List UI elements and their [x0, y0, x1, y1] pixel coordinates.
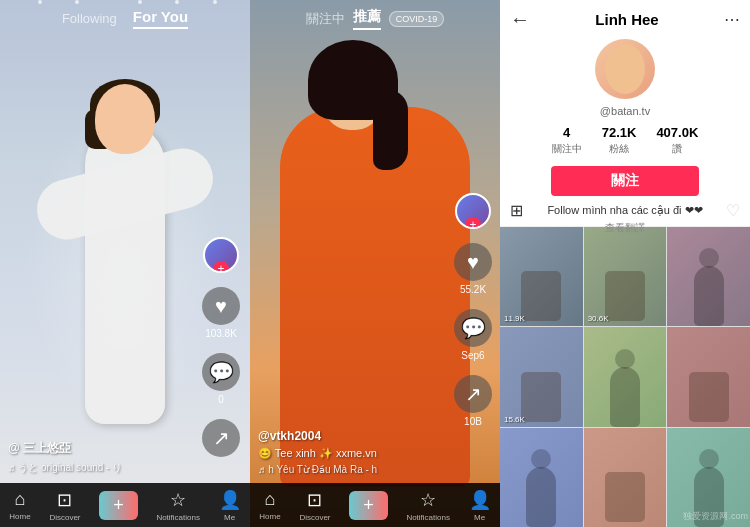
thumb-content-6 [689, 372, 729, 422]
bottom-info-left: @ 三上悠亞 ♬ うと original sound - り [8, 440, 195, 475]
back-button[interactable]: ← [510, 8, 530, 31]
me-icon-middle: 👤 [469, 489, 491, 511]
translate-link[interactable]: 查看翻譯 [605, 221, 645, 235]
left-panel: Following For You ♥ 103.8K 💬 0 ↗ @ 三上悠亞 … [0, 0, 250, 527]
thumb-content-4 [521, 372, 561, 422]
bottom-nav-left: ⌂ Home ⊡ Discover + ☆ Notifications 👤 Me [0, 483, 250, 527]
comment-count-middle: Sep6 [461, 350, 484, 361]
profile-header: ← Linh Hee ⋯ @batan.tv 4 關注中 72.1K 粉絲 40… [500, 0, 750, 200]
home-icon-middle: ⌂ [265, 489, 276, 510]
like-action-left[interactable]: ♥ 103.8K [202, 287, 240, 339]
play-count-2: 30.6K [588, 314, 609, 323]
video-thumb-3[interactable] [667, 227, 750, 326]
creator-avatar-middle[interactable] [455, 193, 491, 229]
following-label: 關注中 [552, 142, 582, 156]
discover-icon-left: ⊡ [57, 489, 72, 511]
like-count-left: 103.8K [205, 328, 237, 339]
discover-icon-middle: ⊡ [307, 489, 322, 511]
nav-home-left[interactable]: ⌂ Home [9, 489, 30, 521]
share-button-right[interactable]: ⋯ [724, 10, 740, 29]
nav-notifications-left[interactable]: ☆ Notifications [156, 489, 200, 522]
covid-badge[interactable]: COVID-19 [389, 11, 445, 27]
home-icon-left: ⌂ [15, 489, 26, 510]
discover-label-left: Discover [49, 513, 80, 522]
play-count-1: 11.9K [504, 314, 525, 323]
nav-me-middle[interactable]: 👤 Me [469, 489, 491, 522]
share-count-middle: 10B [464, 416, 482, 427]
heart-icon-middle: ♥ [454, 243, 492, 281]
nav-add-middle[interactable]: + [349, 491, 388, 520]
add-button-middle[interactable]: + [349, 491, 388, 520]
nav-home-middle[interactable]: ⌂ Home [259, 489, 280, 521]
nav-discover-middle[interactable]: ⊡ Discover [299, 489, 330, 522]
me-label-middle: Me [474, 513, 485, 522]
profile-avatar [595, 39, 655, 99]
thumb-content-1 [521, 271, 561, 321]
notifications-label-left: Notifications [156, 513, 200, 522]
like-action-middle[interactable]: ♥ 55.2K [454, 243, 492, 295]
likes-count: 407.0K [656, 125, 698, 140]
discover-label-middle: Discover [299, 513, 330, 522]
nav-notifications-middle[interactable]: ☆ Notifications [406, 489, 450, 522]
video-thumb-8[interactable] [584, 428, 667, 527]
music-left: ♬ うと original sound - り [8, 461, 195, 475]
top-nav-left: Following For You [0, 0, 250, 35]
comment-count-left: 0 [218, 394, 224, 405]
side-actions-middle: ♥ 55.2K 💬 Sep6 ↗ 10B [454, 193, 492, 427]
share-action-middle[interactable]: ↗ 10B [454, 375, 492, 427]
thumb-content-8 [605, 472, 645, 522]
desc-middle: 😊 Tee xinh ✨ xxme.vn [258, 447, 440, 460]
profile-stats: 4 關注中 72.1K 粉絲 407.0K 讚 [552, 125, 699, 156]
side-actions-left: ♥ 103.8K 💬 0 ↗ [202, 237, 240, 457]
thumb-content-7 [526, 467, 556, 527]
notification-icon-middle: ☆ [420, 489, 436, 511]
share-icon-left: ↗ [202, 419, 240, 457]
me-icon-left: 👤 [219, 489, 241, 511]
share-icon-middle: ↗ [454, 375, 492, 413]
nav-add-left[interactable]: + [99, 491, 138, 520]
profile-name-header: Linh Hee [538, 11, 716, 28]
thumb-content-3 [694, 266, 724, 326]
username-left: @ 三上悠亞 [8, 440, 195, 457]
followers-count: 72.1K [602, 125, 637, 140]
video-thumb-6[interactable] [667, 327, 750, 426]
nav-discover-left[interactable]: ⊡ Discover [49, 489, 80, 522]
left-person [65, 84, 185, 424]
video-thumb-1[interactable]: 11.9K [500, 227, 583, 326]
add-button-left[interactable]: + [99, 491, 138, 520]
notification-icon-left: ☆ [170, 489, 186, 511]
videos-grid: 11.9K 30.6K 15.6K [500, 227, 750, 527]
stat-following: 4 關注中 [552, 125, 582, 156]
comment-icon-left: 💬 [202, 353, 240, 391]
creator-avatar-left[interactable] [203, 237, 239, 273]
music-middle: ♬ h Yêu Từ Đầu Mà Ra - h [258, 464, 440, 475]
video-thumb-7[interactable] [500, 428, 583, 527]
video-thumb-2[interactable]: 30.6K [584, 227, 667, 326]
top-nav-middle: 關注中 推薦 COVID-19 [250, 0, 500, 36]
like-count-middle: 55.2K [460, 284, 486, 295]
right-panel: ← Linh Hee ⋯ @batan.tv 4 關注中 72.1K 粉絲 40… [500, 0, 750, 527]
followers-label: 粉絲 [609, 142, 629, 156]
comment-icon-middle: 💬 [454, 309, 492, 347]
tab-foryou-middle[interactable]: 推薦 [353, 8, 381, 30]
follow-button[interactable]: 關注 [551, 166, 699, 196]
comment-action-left[interactable]: 💬 0 [202, 353, 240, 405]
likes-label: 讚 [672, 142, 682, 156]
thumb-content-2 [605, 271, 645, 321]
nav-me-left[interactable]: 👤 Me [219, 489, 241, 522]
video-thumb-5[interactable] [584, 327, 667, 426]
profile-info: @batan.tv 4 關注中 72.1K 粉絲 407.0K 讚 關注 Fol… [500, 39, 750, 235]
profile-bio: Follow mình nha các cậu đi ❤❤ [547, 204, 702, 217]
head [95, 84, 155, 154]
watermark: 独爱资源网.com [683, 510, 748, 523]
share-action-left[interactable]: ↗ [202, 419, 240, 457]
tab-foryou-left[interactable]: For You [133, 8, 188, 29]
tab-following-left[interactable]: Following [62, 11, 117, 26]
bottom-info-middle: @vtkh2004 😊 Tee xinh ✨ xxme.vn ♬ h Yêu T… [258, 429, 440, 475]
middle-hair [308, 40, 398, 120]
tab-following-middle[interactable]: 關注中 [306, 10, 345, 28]
comment-action-middle[interactable]: 💬 Sep6 [454, 309, 492, 361]
video-thumb-4[interactable]: 15.6K [500, 327, 583, 426]
bottom-nav-middle: ⌂ Home ⊡ Discover + ☆ Notifications 👤 Me [250, 483, 500, 527]
home-label-left: Home [9, 512, 30, 521]
